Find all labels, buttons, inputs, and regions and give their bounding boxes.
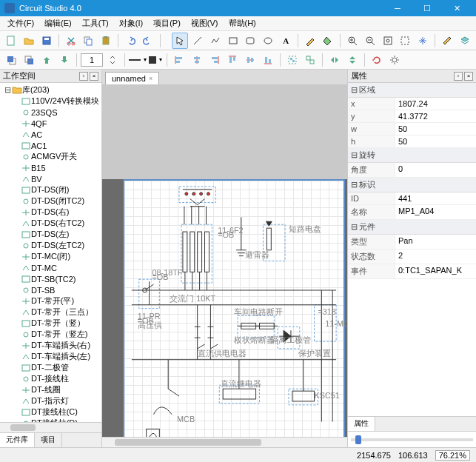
align-left-button[interactable] [171,52,187,68]
prop-category[interactable]: ⊟ 标识 [348,178,476,192]
menu-item[interactable]: 帮助(H) [224,16,261,30]
prop-row[interactable]: 类型Pan [348,235,476,250]
left-hscroll[interactable] [0,422,101,432]
zoom-out-button[interactable] [362,33,378,49]
tree-item[interactable]: DT-车端插头(左) [0,351,101,362]
tree-item[interactable]: DT-接线柱 [0,373,101,384]
zoom-fit-button[interactable] [380,33,396,49]
flip-h-button[interactable] [326,52,343,68]
tree-item[interactable]: DT-二极管 [0,362,101,373]
panel-close-button[interactable]: × [90,72,98,81]
prop-row[interactable]: ID441 [348,192,476,205]
panel-float-button[interactable]: ▫ [454,72,463,81]
menu-item[interactable]: 对象(I) [115,16,147,30]
tree-item[interactable]: 23SQS [0,107,101,118]
tab-properties[interactable]: 属性 [348,417,375,431]
tree-item[interactable]: DT-DS(左) [0,229,101,240]
send-back-button[interactable] [21,52,37,68]
zoom-readout[interactable]: 76.21% [435,450,470,461]
property-grid[interactable]: ⊟ 区域x1807.24y41.3772w50h50⊟ 旋转角度0⊟ 标识ID4… [348,83,476,416]
close-icon[interactable]: × [149,75,152,82]
canvas-hscroll[interactable] [102,437,347,447]
panel-close-button[interactable]: × [464,72,473,81]
tree-item[interactable]: DT-常开(平) [0,295,101,307]
component-tree[interactable]: ⊟ 库(203) 110V/24V转换模块23SQS4QFACAC1ACMGV开… [0,83,101,422]
new-button[interactable] [3,33,19,49]
color-button[interactable]: ▾ [147,52,163,68]
tree-item[interactable]: DT-车端插头(右) [0,340,101,351]
bring-front-button[interactable] [3,52,19,68]
canvas[interactable]: 11-6F2 =OB 短路电盘 避雷器 08-18TF =OB 交流门 10KT… [102,84,347,437]
fill-tool[interactable] [320,33,336,49]
tree-item[interactable]: DT-DS(左TC2) [0,240,101,251]
zoom-slider[interactable] [351,438,473,441]
stroke-width-input[interactable] [81,53,103,67]
pan-tool[interactable] [415,33,431,49]
redo-button[interactable] [140,33,156,49]
group-button[interactable] [284,52,301,68]
tree-item[interactable]: DT-SB [0,284,101,295]
zoom-sel-button[interactable] [397,33,413,49]
prop-row[interactable]: x1807.24 [348,98,476,110]
save-button[interactable] [38,33,55,49]
prop-category[interactable]: ⊟ 元件 [348,220,476,235]
tree-item[interactable]: DT-常开（竖左) [0,329,101,340]
pointer-tool[interactable] [172,33,188,49]
tree-item[interactable]: DT-SB(TC2) [0,273,101,284]
align-right-button[interactable] [207,52,223,68]
prop-row[interactable]: y41.3772 [348,110,476,123]
prop-row[interactable]: w50 [348,123,476,135]
flip-v-button[interactable] [344,52,361,68]
spinner-button[interactable] [104,52,121,68]
prop-category[interactable]: ⊟ 区域 [348,83,476,98]
prop-category[interactable]: ⊟ 旋转 [348,148,476,163]
menu-item[interactable]: 编辑(E) [40,16,76,30]
tab-project[interactable]: 项目 [35,433,62,447]
menu-item[interactable]: 文件(F) [3,16,38,30]
close-button[interactable]: ✕ [442,0,472,16]
tree-item[interactable]: DT-DS(右) [0,207,101,218]
doc-tab[interactable]: unnamed × [105,72,159,84]
maximize-button[interactable]: ☐ [412,0,442,16]
prop-row[interactable]: 名称MP1_A04 [348,205,476,220]
text-tool[interactable]: A [278,33,294,49]
tree-item[interactable]: AC1 [0,140,101,151]
align-top-button[interactable] [224,52,241,68]
tree-item[interactable]: AC [0,129,101,140]
tab-components[interactable]: 元件库 [0,433,35,447]
prop-row[interactable]: 事件0:TC1_SAPAN_K [348,264,476,279]
tree-item[interactable]: DT-指示灯 [0,395,101,406]
tree-item[interactable]: DT-DS(右TC2) [0,218,101,229]
minimize-button[interactable]: ─ [383,0,412,16]
tree-item[interactable]: DT-DS(闭) [0,184,101,195]
rect-tool[interactable] [225,33,241,49]
tree-item[interactable]: 4QF [0,118,101,129]
cut-button[interactable] [63,33,79,49]
paste-button[interactable] [98,33,114,49]
schematic-paper[interactable]: 11-6F2 =OB 短路电盘 避雷器 08-18TF =OB 交流门 10KT… [123,179,345,437]
prop-row[interactable]: 状态数2 [348,250,476,264]
panel-float-button[interactable]: ▫ [79,72,88,81]
pen-tool[interactable] [302,33,318,49]
tree-item[interactable]: DT-线圈 [0,384,101,395]
zoom-in-button[interactable] [344,33,361,49]
open-button[interactable] [21,33,37,49]
tree-item[interactable]: DT-常开（三点） [0,307,101,318]
tree-item[interactable]: DT-DS(闭TC2) [0,195,101,207]
menu-item[interactable]: 项目(P) [149,16,185,30]
menu-item[interactable]: 工具(T) [78,16,113,30]
settings-button[interactable] [386,52,403,68]
align-center-h-button[interactable] [189,52,205,68]
menu-item[interactable]: 视图(V) [187,16,223,30]
ellipse-tool[interactable] [260,33,276,49]
copy-button[interactable] [81,33,97,49]
align-bottom-button[interactable] [260,52,276,68]
tree-item[interactable]: DT-常开（竖） [0,318,101,329]
prop-row[interactable]: h50 [348,135,476,148]
layers-button[interactable] [457,33,473,49]
prop-row[interactable]: 角度0 [348,163,476,178]
line-tool[interactable] [190,33,206,49]
linestyle-button[interactable]: ▾ [129,52,145,68]
align-middle-button[interactable] [242,52,258,68]
lower-button[interactable] [56,52,73,68]
